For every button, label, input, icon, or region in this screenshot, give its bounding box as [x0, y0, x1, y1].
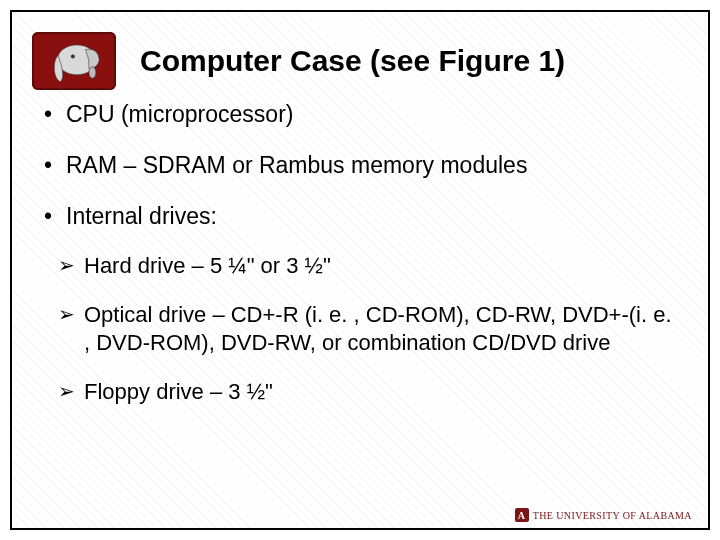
footer-text: THE UNIVERSITY OF ALABAMA [533, 510, 692, 521]
svg-point-2 [89, 67, 96, 79]
bullet-list: CPU (microprocessor) RAM – SDRAM or Ramb… [40, 100, 680, 230]
bullet-drives: Internal drives: [40, 202, 680, 231]
bullet-cpu: CPU (microprocessor) [40, 100, 680, 129]
sub-optical-drive: Optical drive – CD+-R (i. e. , CD-ROM), … [58, 301, 680, 358]
sub-bullet-list: Hard drive – 5 ¼" or 3 ½" Optical drive … [58, 252, 680, 406]
slide-title: Computer Case (see Figure 1) [140, 32, 680, 86]
sub-floppy-drive: Floppy drive – 3 ½" [58, 378, 680, 407]
svg-point-1 [71, 55, 74, 58]
logo-elephant [32, 32, 116, 90]
footer-branding: A THE UNIVERSITY OF ALABAMA [515, 508, 692, 522]
slide-frame: Computer Case (see Figure 1) CPU (microp… [10, 10, 710, 530]
elephant-icon [43, 38, 105, 84]
footer-logo-mark: A [515, 508, 529, 522]
bullet-ram: RAM – SDRAM or Rambus memory modules [40, 151, 680, 180]
sub-hard-drive: Hard drive – 5 ¼" or 3 ½" [58, 252, 680, 281]
